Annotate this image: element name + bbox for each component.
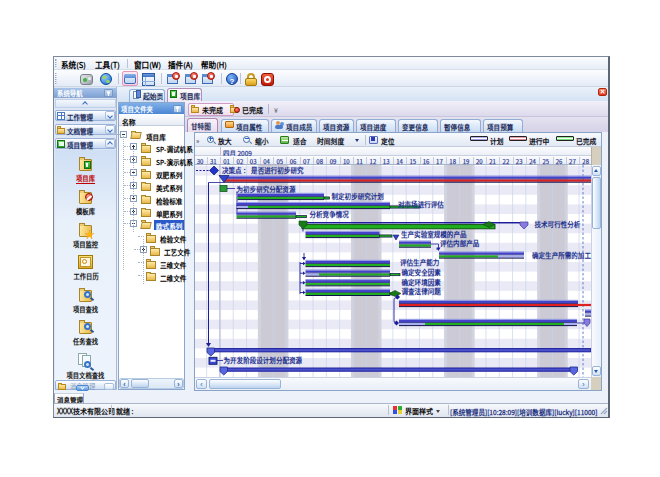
svg-text:分析竞争情况: 分析竞争情况: [310, 209, 350, 219]
svg-text:确定生产所需的加工: 确定生产所需的加工: [532, 250, 591, 260]
svg-text:调查法律问题: 调查法律问题: [402, 286, 442, 296]
svg-text:为开发阶段设计划分配资源: 为开发阶段设计划分配资源: [224, 355, 303, 365]
svg-text:确定环境因素: 确定环境因素: [402, 277, 442, 287]
svg-text:确定安全因素: 确定安全因素: [402, 267, 442, 277]
svg-text:技术可行性分析: 技术可行性分析: [535, 219, 581, 229]
svg-text:对市场进行评估: 对市场进行评估: [398, 199, 444, 209]
svg-text:制定初步研究计划: 制定初步研究计划: [332, 191, 385, 201]
svg-text:评估内部产品: 评估内部产品: [440, 238, 480, 248]
svg-text:评估生产能力: 评估生产能力: [400, 257, 440, 267]
svg-text:生产实验室规模的产品: 生产实验室规模的产品: [401, 229, 467, 239]
svg-text:决策点 ： 是否进行初步研究: 决策点 ： 是否进行初步研究: [222, 165, 304, 175]
svg-text:为初步研究分配资源: 为初步研究分配资源: [237, 184, 296, 194]
